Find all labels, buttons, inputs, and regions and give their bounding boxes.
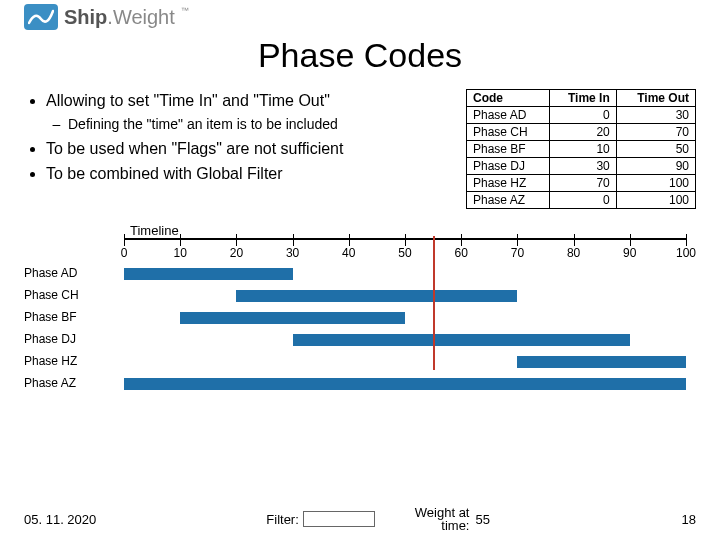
cell-in: 70 xyxy=(549,175,616,192)
tick-label: 20 xyxy=(230,246,243,260)
phase-bar xyxy=(124,378,686,390)
tick-label: 0 xyxy=(121,246,128,260)
tick-label: 90 xyxy=(623,246,636,260)
logo-icon xyxy=(24,4,58,30)
logo-text-b: .Weight xyxy=(107,6,174,28)
th-code: Code xyxy=(467,90,550,107)
timeline-row: Phase DJ xyxy=(24,328,696,350)
cell-in: 0 xyxy=(549,107,616,124)
tick-label: 100 xyxy=(676,246,696,260)
timeline-row: Phase CH xyxy=(24,284,696,306)
cell-in: 10 xyxy=(549,141,616,158)
phase-bar xyxy=(517,356,686,368)
table-row: Phase HZ70100 xyxy=(467,175,696,192)
cell-out: 50 xyxy=(616,141,695,158)
cell-code: Phase AD xyxy=(467,107,550,124)
filter-label: Filter: xyxy=(266,512,299,527)
cell-out: 90 xyxy=(616,158,695,175)
footer-date: 05. 11. 2020 xyxy=(24,512,96,527)
trademark: ™ xyxy=(181,6,189,15)
timeline-row: Phase HZ xyxy=(24,350,696,372)
row-label: Phase AZ xyxy=(24,376,124,390)
page-title: Phase Codes xyxy=(24,36,696,75)
sub-bullet-item: Defining the "time" an item is to be inc… xyxy=(68,116,448,133)
cell-code: Phase DJ xyxy=(467,158,550,175)
tick-label: 40 xyxy=(342,246,355,260)
time-marker xyxy=(433,236,435,370)
row-label: Phase AD xyxy=(24,266,124,280)
cell-in: 20 xyxy=(549,124,616,141)
table-row: Phase BF1050 xyxy=(467,141,696,158)
timeline-rows: Phase ADPhase CHPhase BFPhase DJPhase HZ… xyxy=(24,262,696,394)
tick-label: 30 xyxy=(286,246,299,260)
weight-value: 55 xyxy=(475,512,489,527)
timeline-row: Phase AD xyxy=(24,262,696,284)
th-timein: Time In xyxy=(549,90,616,107)
table-row: Phase CH2070 xyxy=(467,124,696,141)
timeline-title: Timeline xyxy=(130,223,696,238)
table-row: Phase DJ3090 xyxy=(467,158,696,175)
row-label: Phase BF xyxy=(24,310,124,324)
th-timeout: Time Out xyxy=(616,90,695,107)
tick-label: 80 xyxy=(567,246,580,260)
row-label: Phase DJ xyxy=(24,332,124,346)
cell-code: Phase HZ xyxy=(467,175,550,192)
row-label: Phase CH xyxy=(24,288,124,302)
table-row: Phase AD030 xyxy=(467,107,696,124)
phase-bar xyxy=(236,290,517,302)
timeline-row: Phase BF xyxy=(24,306,696,328)
timeline-axis: 0102030405060708090100 xyxy=(124,238,686,262)
cell-out: 100 xyxy=(616,175,695,192)
page-number: 18 xyxy=(682,512,696,527)
row-label: Phase HZ xyxy=(24,354,124,368)
cell-out: 70 xyxy=(616,124,695,141)
timeline-row: Phase AZ xyxy=(24,372,696,394)
filter-input[interactable] xyxy=(303,511,375,527)
bullet-item: Allowing to set "Time In" and "Time Out" xyxy=(46,91,448,110)
phase-bar xyxy=(124,268,293,280)
bullet-item: To be combined with Global Filter xyxy=(46,164,448,183)
app-logo: Ship.Weight ™ xyxy=(24,4,696,30)
bullet-item: To be used when "Flags" are not sufficie… xyxy=(46,139,448,158)
cell-code: Phase CH xyxy=(467,124,550,141)
cell-code: Phase AZ xyxy=(467,192,550,209)
tick-label: 70 xyxy=(511,246,524,260)
tick-label: 50 xyxy=(398,246,411,260)
bullet-list: Allowing to set "Time In" and "Time Out"… xyxy=(24,89,448,189)
cell-out: 30 xyxy=(616,107,695,124)
table-row: Phase AZ0100 xyxy=(467,192,696,209)
phase-bar xyxy=(180,312,405,324)
cell-in: 0 xyxy=(549,192,616,209)
weight-label: Weight attime: xyxy=(415,506,470,532)
codes-table: Code Time In Time Out Phase AD030Phase C… xyxy=(466,89,696,209)
logo-text-a: Ship xyxy=(64,6,107,28)
cell-out: 100 xyxy=(616,192,695,209)
phase-bar xyxy=(293,334,630,346)
tick-label: 60 xyxy=(455,246,468,260)
cell-code: Phase BF xyxy=(467,141,550,158)
cell-in: 30 xyxy=(549,158,616,175)
tick-label: 10 xyxy=(174,246,187,260)
